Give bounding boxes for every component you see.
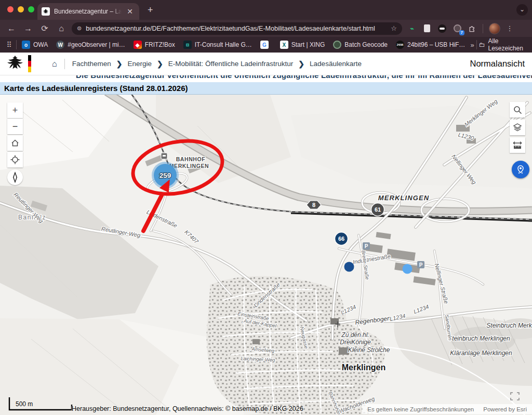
- zoom-in-button[interactable]: +: [7, 102, 23, 118]
- locate-button[interactable]: [7, 152, 23, 167]
- bookmarks-separator: [16, 40, 17, 49]
- basemap[interactable]: Banholz Reutlinger-Weg Reutlinger-Weg Li…: [0, 95, 532, 415]
- toolbar-separator: [483, 24, 483, 33]
- federal-eagle-logo: [6, 54, 24, 74]
- powered-by-esri[interactable]: Powered by Esri: [483, 406, 527, 412]
- zoom-out-button[interactable]: −: [7, 119, 23, 134]
- bookmark-24bit96[interactable]: 24/96 24bit96 – USB HiF…: [393, 40, 468, 50]
- it-consult-icon: ⊟: [183, 41, 192, 49]
- bookmarks-overflow-chevron[interactable]: »: [470, 41, 474, 49]
- outlook-icon: o: [22, 41, 30, 49]
- tab-strip: Bundesnetzagentur – Ladesä ✕ + ⌄: [0, 0, 532, 20]
- svg-text:61: 61: [375, 206, 381, 213]
- search-button[interactable]: [510, 102, 525, 118]
- back-button[interactable]: ←: [3, 24, 20, 33]
- document-extension-icon[interactable]: [422, 24, 432, 33]
- profile-avatar[interactable]: [489, 23, 500, 34]
- svg-text:DreiKönige: DreiKönige: [340, 339, 371, 346]
- url-text[interactable]: bundesnetzagentur.de/DE/Fachthemen/Elekt…: [86, 25, 387, 32]
- xing-icon: X: [280, 41, 288, 49]
- charging-search-button[interactable]: [512, 161, 529, 178]
- access-restriction-text: Es gelten keine Zugriffsbeschränkungen: [367, 406, 474, 412]
- bookmark-xing[interactable]: X Start | XING: [277, 40, 328, 50]
- tab-search-chevron-icon[interactable]: ⌄: [516, 4, 528, 16]
- breadcrumb-item-fachthemen[interactable]: Fachthemen: [72, 60, 111, 68]
- map-attribution: Herausgeber: Bundesnetzagentur, Quellenn…: [72, 405, 303, 412]
- wordpress-icon: W: [56, 41, 64, 49]
- address-bar[interactable]: ⊜ bundesnetzagentur.de/DE/Fachthemen/Ele…: [72, 22, 402, 35]
- svg-text:Kläranlage Merklingen: Kläranlage Merklingen: [450, 349, 512, 357]
- window-zoom-button[interactable]: [28, 6, 34, 12]
- svg-text:P: P: [365, 243, 368, 249]
- svg-text:P: P: [419, 262, 423, 268]
- compass-north-button[interactable]: [7, 170, 23, 185]
- browser-window: Bundesnetzagentur – Ladesä ✕ + ⌄ ← → ⟳ ⌂…: [0, 0, 532, 415]
- breadcrumb-divider: [64, 59, 65, 69]
- browser-toolbar: ← → ⟳ ⌂ ⊜ bundesnetzagentur.de/DE/Fachth…: [0, 20, 532, 37]
- home-button[interactable]: ⌂: [53, 24, 70, 33]
- measure-button[interactable]: [510, 137, 525, 153]
- folder-icon: 🗀: [478, 41, 485, 48]
- svg-text:Zu den hl.: Zu den hl.: [341, 331, 369, 339]
- forward-button[interactable]: →: [20, 24, 36, 33]
- svg-text:8: 8: [312, 202, 315, 208]
- breadcrumb-item-energie[interactable]: Energie: [127, 60, 152, 68]
- bookmark-owa[interactable]: o OWA: [19, 40, 51, 50]
- dark-reader-extension-icon[interactable]: [437, 24, 447, 33]
- window-close-button[interactable]: [7, 6, 14, 12]
- charging-point-dark-blue[interactable]: [344, 262, 354, 272]
- fullscreen-button[interactable]: [510, 392, 520, 400]
- new-tab-button[interactable]: +: [148, 5, 153, 15]
- scale-bar: 500 m: [4, 397, 75, 413]
- map-title-bar: Karte des Ladesäulenregisters (Stand 28.…: [0, 82, 532, 95]
- svg-text:Steinbruch Merklingen: Steinbruch Merklingen: [448, 335, 510, 342]
- home-extent-button[interactable]: [7, 135, 23, 151]
- apps-grid-icon[interactable]: ⠿: [4, 41, 14, 49]
- clipped-text-line: Die Bundesnetzagentur veröffentlicht die…: [0, 75, 532, 82]
- tab-favicon-eagle-icon: [42, 7, 50, 16]
- svg-text:66: 66: [338, 236, 344, 242]
- breadcrumb-home-icon[interactable]: ⌂: [52, 59, 57, 69]
- bookmark-it-consult[interactable]: ⊟ IT-Consult Halle G…: [180, 40, 255, 50]
- site-info-icon[interactable]: ⊜: [77, 25, 82, 32]
- svg-text:BAHNHOF: BAHNHOF: [176, 156, 206, 162]
- german-flag-bar: [28, 55, 31, 73]
- reload-button[interactable]: ⟳: [36, 23, 53, 33]
- window-minimize-button[interactable]: [18, 6, 24, 12]
- site-header: ⌂ Fachthemen ❯ Energie ❯ E-Mobilität: Öf…: [0, 53, 532, 75]
- chevron-right-icon: ❯: [157, 60, 163, 68]
- bookmark-batch-geocode[interactable]: Batch Geocode: [330, 40, 391, 50]
- browser-tab[interactable]: Bundesnetzagentur – Ladesä ✕: [37, 3, 139, 20]
- bookmark-star-icon[interactable]: ☆: [391, 24, 397, 32]
- badge-extension-icon[interactable]: 7: [453, 24, 462, 33]
- all-bookmarks-button[interactable]: 🗀 Alle Lesezeichen: [478, 37, 528, 52]
- breadcrumb-item-emobilitaet[interactable]: E-Mobilität: Öffentliche Ladeinfrastrukt…: [168, 60, 294, 68]
- browser-menu-icon[interactable]: ⋮: [506, 27, 513, 30]
- svg-text:Steinbruch Merklingen: Steinbruch Merklingen: [486, 322, 532, 329]
- svg-text:Kleine Strolche: Kleine Strolche: [348, 346, 390, 354]
- chevron-right-icon: ❯: [116, 60, 123, 68]
- 24bit96-icon: 24/96: [396, 41, 404, 49]
- chevron-right-icon: ❯: [298, 60, 304, 68]
- extensions-puzzle-icon[interactable]: [468, 24, 477, 33]
- charging-point-light-blue[interactable]: [403, 264, 413, 274]
- svg-text:Merklingen: Merklingen: [342, 363, 385, 372]
- breadcrumb: ⌂ Fachthemen ❯ Energie ❯ E-Mobilität: Öf…: [52, 59, 362, 69]
- tab-title: Bundesnetzagentur – Ladesä: [54, 8, 122, 15]
- bookmark-geoobserver[interactable]: W #geoObserver | mi…: [53, 40, 128, 50]
- view-mode-toggle[interactable]: Normalansicht: [470, 59, 525, 69]
- svg-text:MERKLINGEN: MERKLINGEN: [378, 194, 429, 202]
- batch-geocode-icon: [333, 41, 341, 49]
- green-extension-icon[interactable]: ⌁: [407, 24, 417, 33]
- layers-button[interactable]: [510, 120, 525, 135]
- bookmark-fritzbox[interactable]: ◆ FRITZ!Box: [130, 40, 178, 50]
- scale-label: 500 m: [16, 400, 33, 408]
- google-icon: G: [260, 41, 269, 49]
- bookmark-google[interactable]: G: [257, 40, 275, 50]
- map-canvas[interactable]: Banholz Reutlinger-Weg Reutlinger-Weg Li…: [0, 95, 532, 415]
- breadcrumb-item-ladesaeulenkarte[interactable]: Ladesäulenkarte: [310, 60, 362, 68]
- extension-badge: 7: [459, 30, 464, 35]
- fritzbox-icon: ◆: [134, 41, 142, 49]
- extensions-area: ⌁ 7 ⋮: [407, 23, 513, 34]
- tab-close-icon[interactable]: ✕: [126, 7, 134, 16]
